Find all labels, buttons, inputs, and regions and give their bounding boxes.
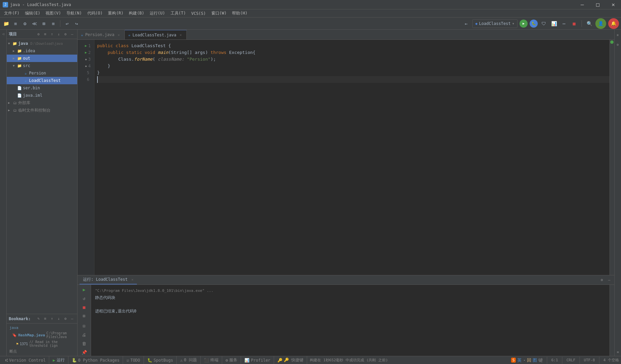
menu-navigate[interactable]: 导航(N) <box>64 10 85 17</box>
run-play-btn[interactable]: ▶ <box>80 286 88 294</box>
menu-code[interactable]: 代码(O) <box>85 10 106 17</box>
status-tab-shortcuts[interactable]: 🔑 🔑 快捷键 <box>274 356 307 364</box>
status-tab-issues[interactable]: ⚠ 0 问题 <box>177 356 201 364</box>
undo-button[interactable]: ↩ <box>63 20 71 28</box>
menu-file[interactable]: 文件(F) <box>1 10 22 17</box>
search-everywhere-button[interactable]: 🔍 <box>585 20 593 28</box>
menu-edit[interactable]: 编辑(E) <box>22 10 43 17</box>
ime-btn-s[interactable]: S <box>511 358 516 363</box>
bookmark-sort-btn[interactable]: ↑ <box>49 316 55 322</box>
notifications-button[interactable]: 🔔 <box>608 18 619 29</box>
tree-item-persion[interactable]: ▶ ☕ Persion <box>7 69 77 77</box>
run-config-selector[interactable]: ◆ LoadClassTest ▾ <box>472 19 518 28</box>
run-tab-run[interactable]: 运行: LoadClassTest ✕ <box>80 275 137 284</box>
project-panel-action-close[interactable]: — <box>69 31 75 37</box>
sidebar-strip-btn-1[interactable]: ◁ <box>1 31 6 36</box>
status-tab-python[interactable]: 🐍 0 Python Packages <box>68 356 123 364</box>
tree-item-serbin[interactable]: ▶ 📄 ser.bin <box>7 84 77 92</box>
tree-item-idea[interactable]: ▶ 📁 .idea <box>7 47 77 55</box>
minimize-button[interactable]: — <box>574 0 590 9</box>
bookmark-add-btn[interactable]: ≡ <box>42 316 48 322</box>
user-avatar[interactable]: 👤 <box>595 18 606 29</box>
tree-item-out[interactable]: ▶ 📁 out <box>7 55 77 62</box>
more-run-button[interactable]: ⋯ <box>560 20 568 28</box>
toolbar-btn-1[interactable]: ≡ <box>11 20 20 28</box>
project-panel-action-3[interactable]: ↑ <box>49 31 55 37</box>
right-strip-btn-2[interactable]: ⚙ <box>614 40 621 49</box>
menu-run[interactable]: 运行(U) <box>147 10 168 17</box>
status-tab-profiler[interactable]: 📊 Profiler <box>241 356 274 364</box>
right-strip-btn-3[interactable]: ≡ <box>614 348 621 356</box>
run-gutter-2[interactable]: ▶ <box>85 49 87 56</box>
cursor-position-display[interactable]: 6:1 <box>551 358 558 362</box>
project-icon[interactable]: 📁 <box>2 20 10 28</box>
tree-item-external-libs[interactable]: ▶ 🗂 外部库 <box>7 99 77 107</box>
run-print-btn[interactable]: 🖨 <box>80 331 88 338</box>
menu-vcs[interactable]: VCS(S) <box>188 10 208 17</box>
tree-item-java-root[interactable]: ▼ 📁 java D:\Download\java <box>7 40 77 47</box>
status-tab-vcs[interactable]: ⑆ Version Control <box>2 356 49 364</box>
run-stop-btn[interactable]: ■ <box>80 304 88 311</box>
redo-button[interactable]: ↪ <box>72 20 81 28</box>
ime-icon-5[interactable]: 键 <box>538 357 543 363</box>
encoding-display[interactable]: UTF-8 <box>584 358 595 362</box>
run-panel-close[interactable]: — <box>606 277 612 283</box>
bookmark-filter-btn[interactable]: ↓ <box>56 316 62 322</box>
tab-loadclasstest[interactable]: ☕ LoadClassTest.java ✕ <box>125 30 187 39</box>
bookmark-close-btn[interactable]: — <box>69 316 75 322</box>
tree-item-scratch[interactable]: ▶ 🗂 临时文件和控制台 <box>7 107 77 114</box>
ime-icon-3[interactable]: 回 <box>527 357 531 363</box>
tab-persion[interactable]: ☕ Persion.java ✕ <box>78 30 125 39</box>
close-button[interactable]: ✕ <box>605 0 621 9</box>
tree-item-javaiml[interactable]: ▶ 📄 java.iml <box>7 92 77 99</box>
menu-view[interactable]: 视图(V) <box>43 10 64 17</box>
run-trash-btn[interactable]: 🗑 <box>80 340 88 347</box>
tree-item-loadclasstest[interactable]: ▶ ☕ LoadClassTest <box>7 77 77 84</box>
ime-icon-1[interactable]: 英 <box>517 357 522 363</box>
tab-close-persion[interactable]: ✕ <box>116 32 121 37</box>
menu-window[interactable]: 窗口(W) <box>209 10 230 17</box>
menu-refactor[interactable]: 重构(R) <box>105 10 126 17</box>
status-tab-terminal[interactable]: ⬛ 终端 <box>201 356 222 364</box>
bookmark-item-line[interactable]: ⚑ 1371 // Read in the threshold (ign <box>7 339 77 348</box>
indent-display[interactable]: 4 个空格 <box>603 358 619 363</box>
toolbar-btn-2[interactable]: ⚙ <box>21 20 29 28</box>
toolbar-btn-5[interactable]: ≡ <box>49 20 57 28</box>
bookmark-item-hashmap[interactable]: 🔖 HashMap.java C:\Program Files\Java <box>7 331 77 339</box>
stop-button[interactable]: ■ <box>570 20 578 28</box>
project-panel-action-1[interactable]: ⚙ <box>35 31 41 37</box>
status-tab-todo[interactable]: ☑ TODO <box>123 356 144 364</box>
bookmark-settings-btn[interactable]: ⚙ <box>62 316 68 322</box>
menu-help[interactable]: 帮助(H) <box>229 10 250 17</box>
project-panel-action-2[interactable]: ≡ <box>42 31 48 37</box>
tab-close-loadclasstest[interactable]: ✕ <box>178 33 183 37</box>
menu-build[interactable]: 构建(B) <box>126 10 147 17</box>
debug-button[interactable]: 🐛 <box>530 20 538 28</box>
run-filter-btn[interactable]: ⊞ <box>80 312 88 320</box>
maximize-button[interactable]: □ <box>590 0 605 9</box>
toolbar-btn-4[interactable]: ⊞ <box>40 20 48 28</box>
run-rerun-btn[interactable]: ↺ <box>80 295 88 302</box>
status-tab-run[interactable]: ▶ 运行 <box>49 356 68 364</box>
run-button[interactable]: ▶ <box>520 20 528 28</box>
menu-tools[interactable]: 工具(T) <box>168 10 189 17</box>
run-scroll-btn[interactable]: ⊡ <box>80 323 88 330</box>
profile-button[interactable]: 📊 <box>550 20 558 28</box>
line-ending-display[interactable]: CRLF <box>566 358 575 362</box>
ime-icon-2[interactable]: · <box>523 358 526 363</box>
status-tab-spotbugs[interactable]: 🐛 SpotBugs <box>144 356 177 364</box>
code-content[interactable]: public class LoadClassTest { public stat… <box>94 40 610 275</box>
run-panel-settings[interactable]: ⚙ <box>599 277 605 283</box>
project-panel-action-4[interactable]: ↓ <box>56 31 62 37</box>
run-tab-close[interactable]: ✕ <box>131 278 134 281</box>
right-strip-btn-1[interactable]: ≡ <box>614 31 621 39</box>
back-button[interactable]: ← <box>462 20 470 28</box>
run-gutter-1[interactable]: ▶ <box>85 42 87 49</box>
tree-item-src[interactable]: ▼ 📁 src <box>7 62 77 69</box>
toolbar-btn-3[interactable]: ≪ <box>30 20 38 28</box>
coverage-button[interactable]: 🛡 <box>540 20 548 28</box>
status-tab-services[interactable]: ⚙ 服务 <box>222 356 241 364</box>
run-bookmark-btn[interactable]: 📌 <box>80 348 88 356</box>
project-panel-action-5[interactable]: ⚙ <box>62 31 68 37</box>
ime-icon-4[interactable]: 图 <box>533 357 537 363</box>
